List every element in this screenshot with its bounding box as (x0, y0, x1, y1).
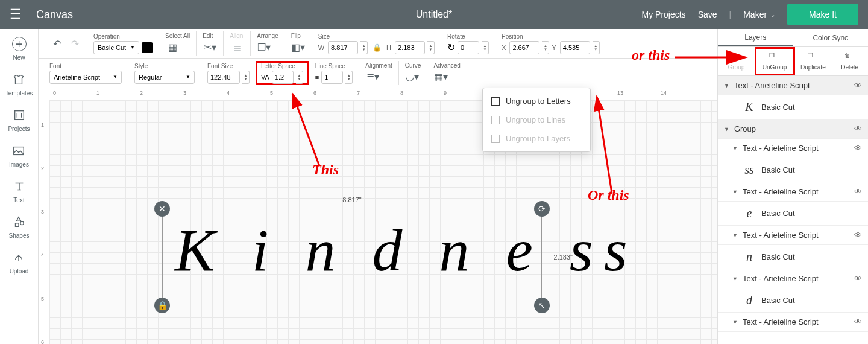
make-it-button[interactable]: Make It (787, 4, 858, 25)
sidebar-item-shapes[interactable]: Shapes (9, 214, 30, 239)
grid-icon (491, 135, 500, 143)
machine-selector[interactable]: Maker⌄ (743, 10, 775, 19)
redo-icon[interactable]: ↷ (68, 36, 82, 51)
resize-handle[interactable]: ⤡ (534, 298, 550, 313)
menu-icon[interactable]: ☰ (10, 7, 22, 22)
advanced-dropdown-menu: Ungroup to Letters Ungroup to Lines Ungr… (482, 88, 591, 152)
layer-row[interactable]: KBasic Cut (718, 95, 868, 119)
sidebar-item-images[interactable]: Images (9, 143, 29, 168)
brand: Canvas (36, 8, 73, 21)
delete-button[interactable]: 🗑Delete (831, 47, 868, 75)
grid-icon (491, 116, 500, 124)
layer-row[interactable]: nBasic Cut (718, 245, 868, 269)
advanced-icon[interactable]: ▦▾ (433, 70, 448, 84)
sidebar-item-text[interactable]: Text (11, 179, 27, 203)
rotate-icon: ↻ (447, 42, 455, 53)
right-panel: Layers Color Sync ❐Group ❐UnGroup ❐Dupli… (717, 29, 868, 344)
vertical-ruler: 123456 (39, 100, 49, 344)
curve-icon[interactable]: ◡▾ (405, 70, 420, 84)
my-projects-link[interactable]: My Projects (642, 10, 686, 19)
layer-row[interactable]: ▼Text - Arieteline Script👁 (718, 313, 868, 332)
flip-icon[interactable]: ◧▾ (291, 40, 306, 55)
shapes-icon (11, 214, 27, 230)
toolbar-row-1: ↶ ↷ Operation Basic Cut▼ Select All ▦ Ed… (39, 29, 717, 59)
font-dropdown[interactable]: Arieteline Script▼ (49, 71, 122, 84)
letter-space-input[interactable]: 1.2 (272, 71, 294, 84)
canvas-area[interactable]: 01234567891011121314 123456 K i n d n e … (39, 88, 717, 344)
svg-rect-0 (14, 111, 24, 120)
duplicate-button[interactable]: ❐Duplicate (795, 47, 832, 75)
selection-box[interactable]: K i n d n e ss ✕ ⟳ 🔒 ⤡ 8.817" 2.183" (162, 209, 542, 305)
layer-row[interactable]: ▼Group👁 (718, 119, 868, 139)
edit-icon[interactable]: ✂▾ (203, 40, 217, 55)
undo-icon[interactable]: ↶ (49, 36, 64, 51)
arrange-icon[interactable]: ❐▾ (257, 40, 271, 55)
layer-row[interactable]: ▼Text - Arieteline Script👁 (718, 139, 868, 158)
color-swatch[interactable] (142, 42, 153, 53)
line-space-input[interactable]: 1 (321, 71, 343, 84)
save-link[interactable]: Save (698, 10, 717, 19)
y-input[interactable]: 4.535 (560, 41, 590, 54)
plus-circle-icon (11, 36, 27, 52)
layer-row[interactable]: dBasic Cut (718, 288, 868, 313)
svg-rect-1 (14, 147, 24, 155)
delete-handle[interactable]: ✕ (154, 201, 170, 217)
letter-space-icon: VA (261, 74, 269, 81)
trash-icon: 🗑 (844, 52, 855, 63)
shirt-icon (11, 72, 27, 88)
layer-row[interactable]: ssBasic Cut (718, 158, 868, 182)
eye-icon[interactable]: 👁 (854, 124, 862, 133)
group-button[interactable]: ❐Group (718, 47, 755, 75)
eye-icon[interactable]: 👁 (854, 317, 862, 326)
toolbar-row-2: Font Arieteline Script▼ Style Regular▼ F… (39, 59, 717, 88)
image-icon (11, 143, 27, 159)
operation-dropdown[interactable]: Basic Cut▼ (93, 41, 139, 54)
projects-icon (11, 107, 27, 123)
sidebar-item-new[interactable]: New (11, 36, 27, 61)
alignment-icon[interactable]: ≣▾ (365, 70, 380, 84)
height-input[interactable]: 2.183 (395, 41, 425, 54)
ungroup-button[interactable]: ❐UnGroup (755, 47, 795, 75)
select-all-icon[interactable]: ▦ (165, 40, 180, 55)
layer-row[interactable]: eBasic Cut (718, 202, 868, 226)
divider: | (729, 10, 732, 19)
height-label: 2.183" (554, 253, 573, 261)
sidebar-item-projects[interactable]: Projects (8, 107, 30, 132)
group-icon: ❐ (731, 52, 741, 63)
selected-text[interactable]: K i n d n e ss (163, 209, 541, 291)
ungroup-to-letters[interactable]: Ungroup to Letters (483, 92, 590, 110)
sidebar-item-templates[interactable]: Templates (5, 72, 33, 97)
layer-row[interactable]: ▼Text - Arieteline Script👁 (718, 269, 868, 288)
document-title: Untitled* (416, 9, 452, 20)
ungroup-icon: ❐ (769, 52, 780, 63)
layer-row[interactable]: ▼Text - Arieteline Script👁 (718, 182, 868, 202)
tab-layers[interactable]: Layers (718, 29, 793, 46)
eye-icon[interactable]: 👁 (854, 187, 862, 196)
eye-icon[interactable]: 👁 (854, 81, 862, 90)
align-icon: ≣ (230, 40, 244, 55)
left-sidebar: New Templates Projects Images Text Shape… (0, 29, 39, 344)
tab-color-sync[interactable]: Color Sync (793, 29, 869, 46)
toolbars: ↶ ↷ Operation Basic Cut▼ Select All ▦ Ed… (39, 29, 717, 88)
layer-row[interactable]: ▼Text - Arieteline Script👁 (718, 226, 868, 245)
rotate-input[interactable]: 0 (458, 41, 479, 54)
duplicate-icon: ❐ (808, 52, 819, 63)
eye-icon[interactable]: 👁 (854, 144, 862, 153)
eye-icon[interactable]: 👁 (854, 274, 862, 283)
style-dropdown[interactable]: Regular▼ (134, 71, 195, 84)
sidebar-item-upload[interactable]: Upload (10, 250, 29, 275)
ungroup-to-layers: Ungroup to Layers (483, 129, 590, 148)
ungroup-to-lines: Ungroup to Lines (483, 110, 590, 129)
upload-icon (11, 250, 27, 266)
lock-icon[interactable]: 🔒 (373, 43, 382, 52)
font-size-input[interactable]: 122.48 (207, 71, 240, 84)
rotate-handle[interactable]: ⟳ (534, 201, 550, 217)
top-bar: ☰ Canvas Untitled* My Projects Save | Ma… (0, 0, 868, 29)
lock-handle[interactable]: 🔒 (154, 298, 170, 313)
x-input[interactable]: 2.667 (509, 41, 539, 54)
width-input[interactable]: 8.817 (328, 41, 358, 54)
operation-label: Operation (93, 33, 153, 40)
text-icon (11, 179, 27, 194)
eye-icon[interactable]: 👁 (854, 231, 862, 240)
layer-row[interactable]: ▼Text - Arieteline Script👁 (718, 76, 868, 95)
